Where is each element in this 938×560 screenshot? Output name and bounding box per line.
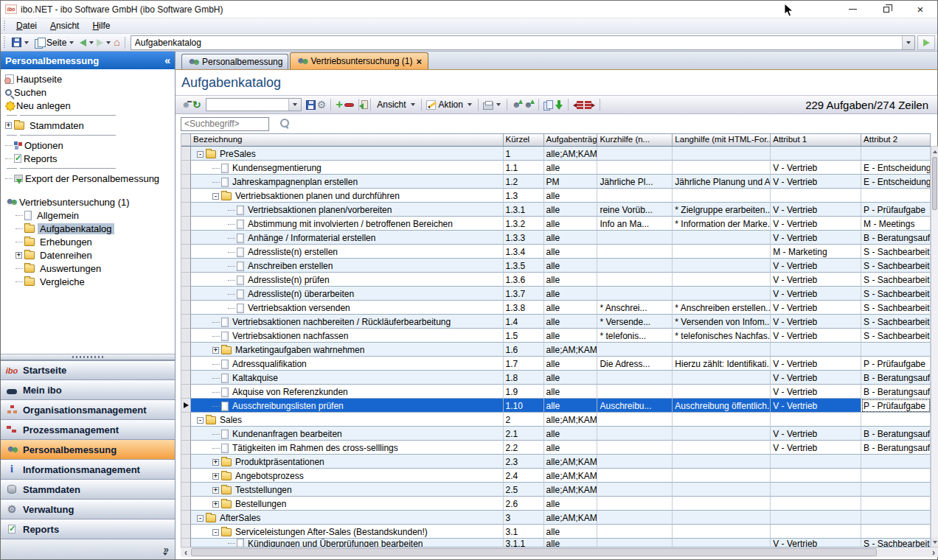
- close-button[interactable]: ×: [903, 1, 937, 18]
- cell-attribut1[interactable]: [771, 497, 861, 511]
- cell-kurzhilfe[interactable]: [597, 189, 673, 203]
- forward-icon[interactable]: [97, 39, 103, 46]
- cell-aufgabentraeger[interactable]: alle;AM;KAM;PM: [544, 343, 598, 357]
- table-row[interactable]: Adressqualifikation1.7alleDie Adress...H…: [181, 357, 931, 371]
- cell-langhilfe[interactable]: * telefonisches Nachfas...: [673, 329, 771, 343]
- cell-kuerzel[interactable]: 2.3: [504, 455, 544, 469]
- column-header-langhilfe-mit-html-for-[interactable]: Langhilfe (mit HTML-For...: [673, 134, 771, 146]
- table-row[interactable]: Kundenanfragen bearbeiten2.1alleV - Vert…: [181, 427, 931, 441]
- print-button[interactable]: [481, 100, 504, 110]
- cell-langhilfe[interactable]: Hierzu zählt: Identifikati...: [673, 357, 771, 371]
- jump-to-icon[interactable]: [361, 100, 368, 109]
- column-header-k-rzel[interactable]: Kürzel: [504, 134, 544, 146]
- sidebar-item-suchen[interactable]: Suchen: [1, 85, 175, 99]
- cell-kurzhilfe[interactable]: [597, 539, 673, 547]
- cell-bezeichnung[interactable]: -AfterSales: [191, 511, 504, 525]
- go-button[interactable]: [917, 35, 935, 50]
- cell-kuerzel[interactable]: 1: [504, 147, 544, 161]
- sidebar-item-optionen[interactable]: Optionen: [1, 139, 175, 152]
- cell-aufgabentraeger[interactable]: alle: [544, 357, 598, 371]
- save-dropdown-caret[interactable]: [24, 41, 29, 44]
- cell-attribut1[interactable]: V - Vertrieb: [771, 441, 861, 455]
- address-input[interactable]: [131, 36, 902, 49]
- row-selector-gutter[interactable]: [181, 343, 191, 357]
- tree-expander[interactable]: +: [212, 501, 219, 508]
- cell-attribut1[interactable]: [771, 483, 861, 497]
- menu-item-hilfe[interactable]: Hilfe: [86, 19, 117, 32]
- table-row[interactable]: Adressliste(n) überarbeiten1.3.7alleV - …: [181, 287, 931, 301]
- sidebar-item-vertriebsuntersuchung-1-[interactable]: ☻☻Vertriebsuntersuchung (1): [1, 195, 175, 209]
- table-row[interactable]: Anschreiben erstellen1.3.5alleV - Vertri…: [181, 259, 931, 273]
- cell-kurzhilfe[interactable]: [597, 231, 673, 245]
- cell-kuerzel[interactable]: 1.2: [504, 175, 544, 189]
- cell-attribut2[interactable]: [861, 147, 931, 161]
- save-icon[interactable]: [12, 38, 21, 47]
- row-selector-gutter[interactable]: [181, 511, 191, 525]
- cell-aufgabentraeger[interactable]: alle: [544, 217, 598, 231]
- cell-langhilfe[interactable]: [673, 525, 771, 539]
- cell-aufgabentraeger[interactable]: alle: [544, 497, 598, 511]
- sidebar-item-allgemein[interactable]: Allgemein: [11, 209, 175, 222]
- cell-bezeichnung[interactable]: Adressliste(n) prüfen: [191, 273, 504, 287]
- nav-item-personalbemessung[interactable]: ☻☻Personalbemessung: [1, 440, 175, 460]
- nav-item-stammdaten[interactable]: Stammdaten: [1, 480, 175, 500]
- cell-kurzhilfe[interactable]: Jährliche Pl...: [597, 175, 673, 189]
- table-row[interactable]: +Teststellungen2.5alle;AM;KAM;P...: [181, 483, 931, 497]
- cell-kurzhilfe[interactable]: Auschreibu...: [597, 399, 673, 413]
- cell-bezeichnung[interactable]: -Vertriebsaktionen planen und durchführe…: [191, 189, 504, 203]
- sidebar-item-aufgabenkatalog[interactable]: Aufgabenkatalog: [11, 222, 175, 235]
- add-row-icon[interactable]: +: [336, 99, 343, 110]
- aktion-menu-button[interactable]: Aktion: [424, 99, 476, 110]
- sidebar-item-vergleiche[interactable]: Vergleiche: [11, 275, 175, 288]
- row-selector-gutter[interactable]: [181, 273, 191, 287]
- cell-kuerzel[interactable]: 1.3.6: [504, 273, 544, 287]
- cell-kurzhilfe[interactable]: [597, 273, 673, 287]
- row-selector-gutter[interactable]: [181, 259, 191, 273]
- table-row[interactable]: +Angebotsprozess2.4alle;AM;KAM;PM: [181, 469, 931, 483]
- search-icon[interactable]: [279, 119, 290, 129]
- delete-row-icon[interactable]: [344, 103, 354, 107]
- cell-kuerzel[interactable]: 1.6: [504, 343, 544, 357]
- cell-bezeichnung[interactable]: +Produktpräsentationen: [191, 455, 504, 469]
- cell-kurzhilfe[interactable]: [597, 427, 673, 441]
- cell-bezeichnung[interactable]: Vertriebsaktionen planen/vorbereiten: [191, 203, 504, 217]
- table-row[interactable]: Vertriebsaktionen nachfassen1.5alle* tel…: [181, 329, 931, 343]
- cell-attribut2[interactable]: P - Prüfaufgabe: [861, 399, 931, 413]
- refresh-icon[interactable]: ↻: [192, 99, 201, 110]
- cell-bezeichnung[interactable]: +Teststellungen: [191, 483, 504, 497]
- row-selector-gutter[interactable]: [181, 483, 191, 497]
- cell-attribut2[interactable]: B - Beratungsaufga: [861, 427, 931, 441]
- cell-aufgabentraeger[interactable]: PM: [544, 175, 598, 189]
- cell-bezeichnung[interactable]: Kundenanfragen bearbeiten: [191, 427, 504, 441]
- scroll-down-button[interactable]: [931, 537, 938, 547]
- sidebar-item-stammdaten[interactable]: +Stammdaten: [1, 119, 175, 132]
- sidebar-item-hauptseite[interactable]: Hauptseite: [1, 72, 175, 85]
- row-selector-gutter[interactable]: [181, 287, 191, 301]
- table-row[interactable]: -AfterSales3alle;AM;KAM;P...: [181, 511, 931, 525]
- tree-expander[interactable]: -: [197, 151, 204, 158]
- row-selector-gutter[interactable]: [181, 203, 191, 217]
- cell-bezeichnung[interactable]: Kündigungen und Überprüfungen bearbeiten: [191, 539, 504, 547]
- cell-kuerzel[interactable]: 1.3.5: [504, 259, 544, 273]
- row-selector-gutter[interactable]: [181, 175, 191, 189]
- sidebar-item-auswertungen[interactable]: Auswertungen: [11, 262, 175, 275]
- cell-kurzhilfe[interactable]: [597, 147, 673, 161]
- remove-user-filter-icon[interactable]: ☻: [181, 100, 191, 110]
- table-row[interactable]: -Sales2alle;AM;KAM;P...: [181, 413, 931, 427]
- tree-expander[interactable]: +: [212, 473, 219, 480]
- cell-kuerzel[interactable]: 1.3: [504, 189, 544, 203]
- cell-kuerzel[interactable]: 1.4: [504, 315, 544, 329]
- cell-attribut1[interactable]: V - Vertrieb: [771, 371, 861, 385]
- cell-attribut2[interactable]: [861, 343, 931, 357]
- cell-langhilfe[interactable]: [673, 455, 771, 469]
- cell-aufgabentraeger[interactable]: alle: [544, 273, 598, 287]
- cell-attribut2[interactable]: S - Sachbearbeitun: [861, 301, 931, 315]
- cell-kurzhilfe[interactable]: Info an Ma...: [597, 217, 673, 231]
- cell-attribut1[interactable]: [771, 525, 861, 539]
- row-selector-gutter[interactable]: [181, 357, 191, 371]
- home-icon[interactable]: ⌂: [114, 38, 119, 47]
- configure-grid-icon[interactable]: ⚙: [317, 99, 327, 111]
- cell-kuerzel[interactable]: 1.1: [504, 161, 544, 175]
- nav-item-startseite[interactable]: iboStartseite: [1, 360, 175, 380]
- cell-bezeichnung[interactable]: Jahreskampagnenplan erstellen: [191, 175, 504, 189]
